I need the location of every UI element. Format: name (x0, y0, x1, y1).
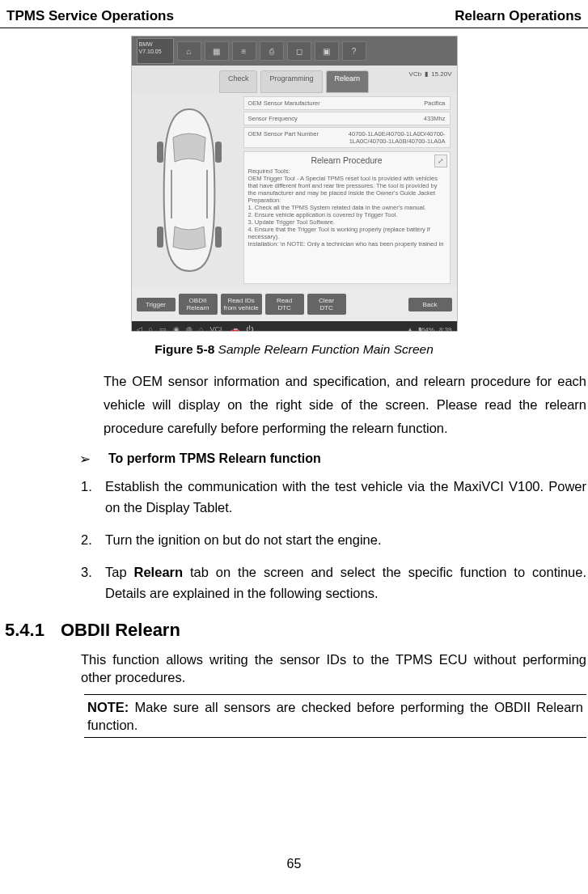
svg-rect-3 (215, 142, 222, 163)
figure-tabs: Check Programming Relearn VCb ▮ 15.20V (132, 66, 457, 93)
procedure-line: 4. Ensure that the Trigger Tool is worki… (248, 226, 446, 240)
android-navbar: ◁ ○ ▭ ◉ ◍ ⌂ VCI. 🚗 ⏻ ▲ ▮64% 8:39 (132, 321, 457, 331)
header-left: TPMS Service Operations (6, 8, 174, 24)
section-title: OBDII Relearn (61, 620, 180, 641)
info-value: 40700-1LA0E/40700-1LA0D/40700-1LA0C/4070… (336, 130, 445, 145)
procedure-line: Required Tools: (248, 167, 446, 175)
procedure-line: 3. Update Trigger Tool Software. (248, 218, 446, 226)
info-label: OEM Sensor Part Number (248, 130, 319, 145)
vci-status: VCb ▮ 15.20V (409, 70, 452, 78)
svg-rect-5 (215, 227, 222, 248)
figure-caption: Figure 5-8 Sample Relearn Function Main … (0, 342, 588, 357)
obdii-paragraph: This function allows writing the sensor … (81, 650, 586, 686)
read-ids-button[interactable]: Read IDs from vehicle (221, 294, 262, 315)
procedure-line: OEM Trigger Tool - A Special TPMS reset … (248, 175, 446, 204)
paragraph-1: The OEM sensor information and specifica… (104, 370, 586, 440)
home-icon[interactable]: ⌂ (177, 41, 201, 61)
trigger-button[interactable]: Trigger (137, 298, 176, 311)
procedure-line: 2. Ensure vehicle application is covered… (248, 211, 446, 218)
procedure-line: 1. Check all the TPMS System related dat… (248, 204, 446, 211)
nav-back-icon[interactable]: ◁ (137, 325, 142, 331)
print-icon[interactable]: ⎙ (260, 41, 284, 61)
page-number: 65 (0, 857, 588, 871)
battery-pct: ▮64% (418, 326, 434, 332)
nav-vci-icon[interactable]: VCI. (209, 325, 224, 331)
svg-rect-2 (157, 142, 163, 163)
info-row: OEM Sensor Manufacturer Pacifica (243, 96, 451, 110)
step-3-pre: Tap (105, 565, 134, 579)
section-heading: 5.4.1 OBDII Relearn (5, 620, 588, 641)
nav-camera-icon[interactable]: ◉ (173, 325, 180, 331)
info-value: Pacifica (424, 100, 445, 107)
caption-italic: Sample Relearn Function Main Screen (214, 342, 434, 356)
caption-bold: Figure 5-8 (154, 342, 214, 356)
arrow-icon: ➢ (79, 451, 91, 468)
info-panel: OEM Sensor Manufacturer Pacifica Sensor … (242, 93, 452, 287)
page-header: TPMS Service Operations Relearn Operatio… (0, 8, 588, 24)
content: BMW V7.10.05 ⌂ ▦ ≡ ⎙ ◻ ▣ ? Check Program… (0, 28, 588, 738)
brand-badge: BMW V7.10.05 (137, 38, 174, 64)
voltage: 15.20V (431, 70, 451, 78)
wifi-icon: ▲ (407, 326, 413, 332)
note-label: NOTE: (87, 700, 129, 714)
step-3: Tap Relearn tab on the screen and select… (81, 561, 586, 604)
expand-icon[interactable]: ⤢ (434, 155, 447, 167)
figure-status-bar: BMW V7.10.05 ⌂ ▦ ≡ ⎙ ◻ ▣ ? (132, 36, 457, 66)
nav-house-icon[interactable]: ⌂ (199, 325, 203, 331)
nav-power-icon[interactable]: ⏻ (246, 325, 253, 331)
info-label: Sensor Frequency (248, 115, 298, 122)
header-right: Relearn Operations (455, 8, 582, 24)
tab-programming[interactable]: Programming (260, 70, 322, 93)
nav-home-icon[interactable]: ○ (149, 325, 153, 331)
note-text: Make sure all sensors are checked before… (87, 700, 583, 732)
page: TPMS Service Operations Relearn Operatio… (0, 0, 588, 894)
info-value: 433Mhz (424, 115, 446, 122)
clock: 8:39 (439, 326, 452, 332)
procedure-box: ⤢ Relearn Procedure Required Tools: OEM … (243, 151, 451, 284)
info-row: Sensor Frequency 433Mhz (243, 112, 451, 125)
nav-car-icon[interactable]: 🚗 (231, 325, 239, 331)
step-2: Turn the ignition on but do not start th… (81, 529, 586, 550)
nav-recent-icon[interactable]: ▭ (159, 325, 167, 331)
note-box: NOTE: Make sure all sensors are checked … (84, 694, 586, 738)
obdii-relearn-button[interactable]: OBDII Relearn (179, 294, 218, 315)
chart-icon[interactable]: ≡ (232, 41, 256, 61)
info-label: OEM Sensor Manufacturer (248, 100, 320, 107)
step-1: Establish the communication with the tes… (81, 476, 586, 518)
nav-app-icon[interactable]: ◍ (186, 325, 192, 331)
battery-icon: ▮ (425, 70, 428, 78)
nav-right: ▲ ▮64% 8:39 (407, 326, 452, 332)
help-icon[interactable]: ? (342, 41, 366, 61)
figure-image: BMW V7.10.05 ⌂ ▦ ≡ ⎙ ◻ ▣ ? Check Program… (132, 36, 457, 331)
figure-wrap: BMW V7.10.05 ⌂ ▦ ≡ ⎙ ◻ ▣ ? Check Program… (0, 36, 588, 331)
step-3-bold: Relearn (134, 565, 184, 579)
clear-dtc-button[interactable]: Clear DTC (307, 294, 346, 315)
svg-rect-4 (157, 227, 163, 248)
car-panel (137, 93, 242, 287)
procedure-heading-text: To perform TPMS Relearn function (108, 451, 321, 466)
nav-icon[interactable]: ▦ (205, 41, 229, 61)
steps-list: Establish the communication with the tes… (81, 476, 586, 604)
vci-label: VCb (409, 70, 422, 78)
procedure-heading: ➢ To perform TPMS Relearn function (79, 451, 588, 468)
procedure-title: Relearn Procedure (248, 157, 446, 164)
back-button[interactable]: Back (408, 298, 452, 311)
screenshot-icon[interactable]: ◻ (287, 41, 311, 61)
tab-check[interactable]: Check (219, 70, 258, 93)
brand-sub: V7.10.05 (139, 48, 171, 55)
info-row: OEM Sensor Part Number 40700-1LA0E/40700… (243, 127, 451, 148)
tab-relearn[interactable]: Relearn (326, 70, 370, 93)
car-outline-icon (149, 105, 230, 275)
read-dtc-button[interactable]: Read DTC (265, 294, 304, 315)
procedure-line: Installation: \n NOTE: Only a technician… (248, 240, 446, 248)
section-number: 5.4.1 (5, 620, 44, 641)
figure-main: OEM Sensor Manufacturer Pacifica Sensor … (132, 93, 457, 287)
save-icon[interactable]: ▣ (315, 41, 339, 61)
figure-button-row: Trigger OBDII Relearn Read IDs from vehi… (132, 287, 457, 321)
brand-top: BMW (139, 40, 171, 48)
